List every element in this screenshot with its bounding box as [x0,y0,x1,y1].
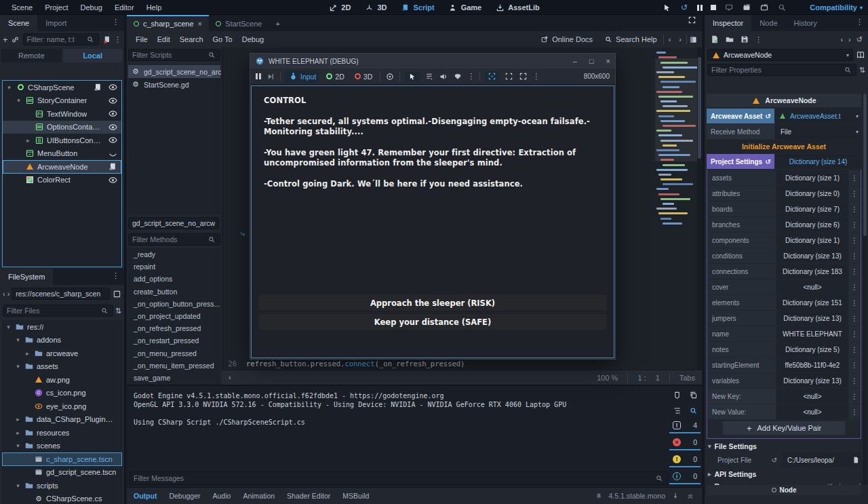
node-section-header[interactable]: Node [707,485,861,495]
file-row[interactable]: ▸arcweave [2,347,122,360]
warning-count-toggle[interactable]: ! 0 [669,454,701,467]
revert-icon[interactable]: ↺ [772,457,777,464]
method-list-item[interactable]: save_game [128,372,220,384]
remote-debug-icon[interactable] [724,3,734,12]
scene-tree-menu-icon[interactable]: ⋮ [114,36,121,43]
new-key-row[interactable]: New Key: <null> ⋮ [708,389,860,404]
dict-value[interactable]: ffe50b8b-11f0-4e2 [776,357,848,372]
dict-entry-row[interactable]: componentsDictionary (size 1)⋮ [708,233,860,248]
nav-back-icon[interactable]: ‹ [3,290,5,298]
inspector-menu-icon[interactable]: ⋮ [851,15,868,31]
pause-icon[interactable] [697,5,703,11]
edit-entry-icon[interactable]: ⋮ [849,264,860,279]
history-forward-icon[interactable]: › [675,36,685,43]
scene-node-row[interactable]: ColorRect [3,174,121,187]
online-docs-button[interactable]: Online Docs [535,35,597,44]
eye-closed-icon[interactable] [106,149,119,158]
restart-icon[interactable]: ↺ [679,3,689,12]
initialize-arcweave-asset-button[interactable]: Initialize Arcweave Asset [707,140,861,153]
dict-value[interactable]: Dictionary (size 5) [776,342,848,357]
expand-editor-icon[interactable] [687,15,696,24]
workspace-assetlib[interactable]: AssetLib [495,3,539,12]
property-arcweave-asset[interactable]: Arcweave Asset↺ ArcweaveAsset.t▾ [707,109,861,123]
pause-game-icon[interactable] [256,73,261,79]
choice-button-risk[interactable]: Approach the sleeper (RISK) [259,295,606,311]
play-cursor-icon[interactable] [662,3,671,12]
bottom-tab-debugger[interactable]: Debugger [169,492,200,500]
dict-entry-row[interactable]: variablesDictionary (size 13)⋮ [708,373,860,388]
dict-entry-row[interactable]: attributesDictionary (size 0)⋮ [708,186,860,201]
script-icon[interactable] [92,83,104,92]
dict-entry-row[interactable]: connectionsDictionary (size 183⋮ [708,264,860,279]
dict-entry-row[interactable]: conditionsDictionary (size 13)⋮ [708,248,860,263]
dict-entry-row[interactable]: notesDictionary (size 5)⋮ [708,342,860,357]
file-row[interactable]: eye_ico.png [2,400,122,413]
tree-collapse-icon[interactable]: ▾ [15,97,22,104]
resource-menu-icon[interactable]: ⋮ [755,36,762,43]
menu-debug[interactable]: Debug [74,3,108,12]
method-list-item[interactable]: _on_menu_pressed [128,347,220,360]
more-options-icon[interactable]: ⋮ [467,73,475,80]
zoom-level[interactable]: 100 % [597,374,618,382]
workspace-game[interactable]: Game [448,3,482,12]
scene-node-row[interactable]: OptionsContainer [3,121,121,134]
embed-game-button[interactable] [485,71,499,81]
dict-entry-row[interactable]: boardsDictionary (size 7)⋮ [708,201,860,216]
property-project-settings[interactable]: Project Settings↺ Dictionary (size 14) [707,154,861,169]
edit-entry-icon[interactable]: ⋮ [849,233,860,248]
workspace-script[interactable]: Script [400,3,434,12]
edit-entry-icon[interactable]: ⋮ [849,170,860,185]
keep-aspect-icon[interactable] [504,72,513,81]
edit-entry-icon[interactable]: ⋮ [849,404,860,419]
file-row[interactable]: Ccs_icon.png [2,387,122,400]
edit-entry-icon[interactable]: ⋮ [849,373,860,388]
file-row[interactable]: ▾addons [2,334,122,347]
select-3d-button[interactable]: 3D [352,71,375,82]
eye-icon[interactable] [106,123,119,132]
edit-entry-icon[interactable]: ⋮ [849,357,860,372]
tab-scene[interactable]: Scene [0,15,37,31]
dict-entry-row[interactable]: jumpersDictionary (size 13)⋮ [708,311,860,326]
file-row[interactable]: ▾assets [2,360,122,374]
camera-override-icon[interactable] [385,72,395,81]
message-count-toggle[interactable]: ! 4 [669,420,701,433]
inspector-history-icon[interactable]: ↺ [856,36,863,43]
scene-node-row[interactable]: TextWindow [3,107,121,121]
dict-value[interactable]: Dictionary (size 1) [776,170,848,185]
inspector-forward-icon[interactable]: › [848,36,851,43]
file-row[interactable]: ▾res:// [2,320,122,334]
edit-entry-icon[interactable]: ⋮ [849,326,860,341]
load-resource-icon[interactable] [725,35,734,44]
close-button[interactable]: × [606,57,610,65]
scene-filter-input[interactable]: Filter: name, t:t [23,33,99,45]
tree-expand-icon[interactable]: ▸ [24,137,32,144]
bottom-tab-shader-editor[interactable]: Shader Editor [287,492,330,500]
save-resource-icon[interactable] [740,35,749,44]
method-list-item[interactable]: _on_menu_item_pressed [128,360,220,372]
dict-entry-row[interactable]: nameWHITE ELEPHANT⋮ [708,326,860,341]
edit-entry-icon[interactable]: ⋮ [849,186,860,201]
inspector-tab-history[interactable]: History [786,15,825,31]
copy-output-icon[interactable] [688,390,698,400]
eye-icon[interactable] [106,176,119,185]
add-node-icon[interactable]: + [3,35,8,44]
script-menu-edit[interactable]: Edit [153,35,175,43]
property-filter-options-icon[interactable]: ⇅ [859,66,865,74]
filter-messages-input[interactable]: Filter Messages [130,471,668,485]
split-view-icon[interactable] [112,289,121,298]
bottom-tab-msbuild[interactable]: MSBuild [342,492,369,500]
file-row[interactable]: ▾scripts [2,479,122,492]
scene-node-row[interactable]: ▾StoryContainer [3,94,121,108]
tree-expand-icon[interactable]: ▸ [14,429,22,436]
stretch-icon[interactable] [518,72,528,81]
select-2d-button[interactable]: 2D [323,71,347,82]
tab-import[interactable]: Import [37,15,75,31]
filter-files-input[interactable]: Filter Files [3,305,113,317]
profiler-icon[interactable] [777,3,787,12]
file-row[interactable]: ⚙CSharpScene.cs [2,492,122,504]
dict-value[interactable]: Dictionary (size 151 [776,295,848,310]
current-path-field[interactable]: res://scenes/c_sharp_scen [12,288,110,300]
collapse-panel-icon[interactable]: ‹ [229,374,231,381]
file-row[interactable]: aw.png [2,373,122,387]
inspector-tab-inspector[interactable]: Inspector [705,15,751,31]
